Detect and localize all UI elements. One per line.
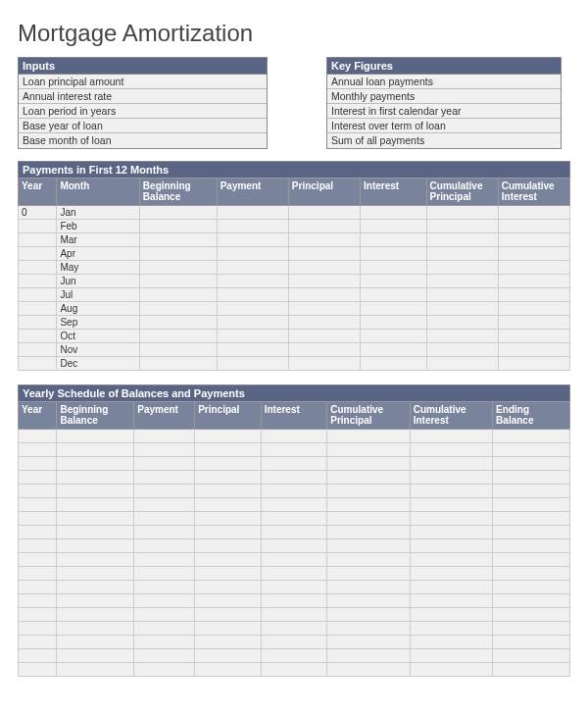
table-cell [19,330,57,343]
table-cell [195,498,262,512]
table-cell [288,220,360,233]
table-cell [19,512,57,526]
table-cell [361,206,427,220]
table-cell [195,539,262,553]
table-cell [19,608,57,622]
table-row [19,443,570,457]
table-cell [361,275,427,288]
table-cell [410,539,492,553]
table-cell [134,498,195,512]
col-principal: Principal [195,402,262,430]
table-cell: Jul [57,288,139,302]
table-cell [288,357,360,371]
table-cell [493,622,570,636]
table-cell [57,594,134,608]
table-cell [19,622,57,636]
table-row: Aug [19,302,570,316]
table-cell [327,526,410,539]
table-cell [426,275,498,288]
table-cell [19,485,57,498]
table-cell [134,649,195,663]
table-row [19,608,570,622]
table-row: 0Jan [19,206,570,220]
table-row: Nov [19,343,570,357]
table-cell [410,430,492,443]
table-cell [134,457,195,471]
table-row [19,663,570,677]
top-panels: Inputs Loan principal amount Annual inte… [18,57,570,149]
table-cell [19,247,57,261]
table-cell [195,471,262,485]
key-figures-header: Key Figures [327,58,561,75]
table-cell [19,457,57,471]
table-cell [327,567,410,581]
table-row [19,512,570,526]
table-cell [288,343,360,357]
table-cell [261,636,327,649]
yearly-section-header: Yearly Schedule of Balances and Payments [18,384,570,401]
table-cell [410,622,492,636]
table-row: Sep [19,316,570,330]
table-cell [361,330,427,343]
table-cell [139,275,217,288]
table-row: May [19,261,570,275]
col-beginning-balance: Beginning Balance [57,402,134,430]
table-cell [134,471,195,485]
table-row [19,553,570,567]
table-cell [57,553,134,567]
table-cell [327,553,410,567]
table-cell [426,206,498,220]
table-cell [261,430,327,443]
table-cell: Nov [57,343,139,357]
table-cell [19,649,57,663]
table-cell [410,526,492,539]
yearly-table: Year Beginning Balance Payment Principal… [18,401,570,677]
table-cell [134,526,195,539]
table-cell [361,343,427,357]
table-cell [261,567,327,581]
table-cell [195,430,262,443]
table-cell [426,220,498,233]
table-cell [139,206,217,220]
table-cell [19,261,57,275]
table-cell [195,485,262,498]
table-cell [493,539,570,553]
table-cell [57,471,134,485]
keyfig-row: Sum of all payments [327,133,561,148]
table-cell [261,594,327,608]
inputs-header: Inputs [19,58,267,75]
table-cell [361,233,427,247]
table-cell [493,512,570,526]
table-cell [19,233,57,247]
table-cell [57,663,134,677]
table-cell [134,636,195,649]
key-figures-panel: Key Figures Annual loan payments Monthly… [326,57,562,149]
table-cell [410,594,492,608]
table-cell [327,663,410,677]
table-cell [217,233,288,247]
table-row: Feb [19,220,570,233]
table-cell [134,553,195,567]
table-cell [217,288,288,302]
table-cell [327,457,410,471]
keyfig-row: Annual loan payments [327,75,561,89]
table-cell [57,636,134,649]
table-cell [57,430,134,443]
table-cell [327,622,410,636]
table-cell [410,636,492,649]
table-cell [493,430,570,443]
table-cell [19,526,57,539]
col-month: Month [57,179,139,206]
page-title: Mortgage Amortization [18,20,570,47]
table-row [19,539,570,553]
table-cell [410,485,492,498]
table-cell [134,567,195,581]
table-cell [493,567,570,581]
input-row: Loan period in years [19,104,267,119]
col-cumulative-interest: Cumulative Interest [498,179,569,206]
table-cell [493,485,570,498]
table-cell [498,330,569,343]
table-cell: Oct [57,330,139,343]
table-cell [19,316,57,330]
table-cell [327,485,410,498]
